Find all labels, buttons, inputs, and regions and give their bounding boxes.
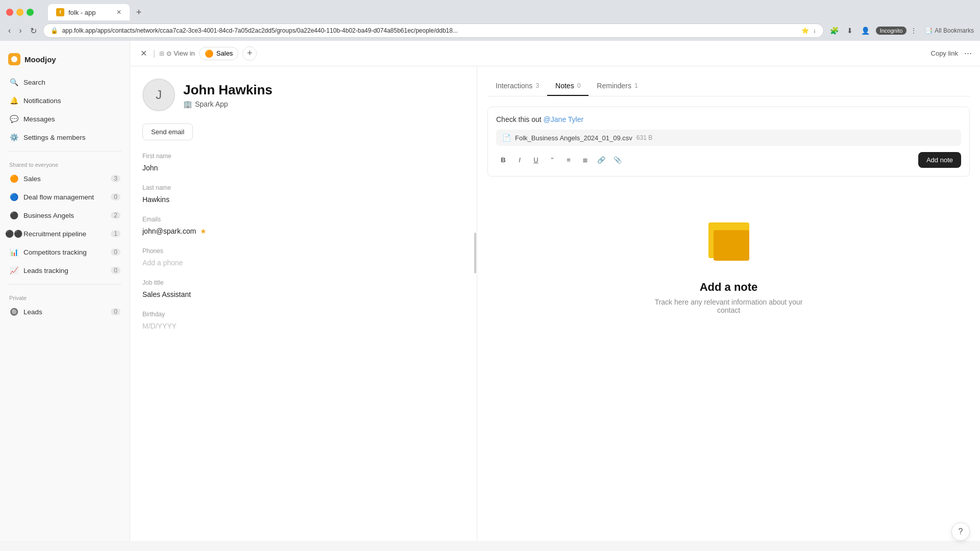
first-name-label: First name bbox=[142, 153, 464, 160]
business-angels-icon: ⚫ bbox=[9, 211, 18, 220]
brand: Moodjoy bbox=[0, 49, 130, 73]
tab-reminders-label: Reminders bbox=[597, 82, 631, 90]
company-name: Spark App bbox=[195, 100, 228, 108]
leads-tracking-icon: 📈 bbox=[9, 266, 18, 275]
attach-btn[interactable]: 📎 bbox=[610, 153, 625, 167]
contact-header: J John Hawkins 🏢 Spark App bbox=[142, 79, 464, 111]
browser-chrome: f folk - app ✕ + ‹ › ↻ 🔒 app.folk.app/ap… bbox=[0, 0, 980, 41]
bullet-list-btn[interactable]: ≡ bbox=[561, 153, 576, 167]
forward-btn[interactable]: › bbox=[17, 24, 23, 37]
emails-label: Emails bbox=[142, 216, 464, 223]
tab-interactions-count: 3 bbox=[535, 82, 539, 89]
note-mention[interactable]: @Jane Tyler bbox=[544, 115, 584, 123]
maximize-window-btn[interactable] bbox=[27, 9, 34, 16]
top-bar-actions: Copy link ··· bbox=[931, 48, 972, 59]
recruitment-count: 1 bbox=[111, 230, 120, 237]
tab-notes-label: Notes bbox=[555, 82, 574, 90]
underline-btn[interactable]: U bbox=[529, 153, 543, 167]
sidebar-item-leads[interactable]: 🔘 Leads 0 bbox=[4, 303, 126, 320]
search-icon: 🔍 bbox=[9, 78, 18, 87]
company-flag: 🏢 bbox=[183, 100, 192, 108]
last-name-label: Last name bbox=[142, 184, 464, 191]
business-angels-count: 2 bbox=[111, 212, 120, 219]
shared-section-label: Shared to everyone bbox=[0, 156, 130, 170]
empty-note-desc: Track here any relevant information abou… bbox=[652, 298, 805, 314]
field-last-name: Last name Hawkins bbox=[142, 184, 464, 206]
sidebar-item-messages[interactable]: 💬 Messages bbox=[4, 110, 126, 128]
download-btn[interactable]: ⬇ bbox=[845, 24, 855, 37]
sidebar-label-search: Search bbox=[23, 79, 120, 86]
job-title-value: Sales Assistant bbox=[142, 288, 464, 300]
birthday-placeholder[interactable]: M/D/YYYY bbox=[142, 320, 464, 332]
attachment-name: Folk_Business Angels_2024_01_09.csv bbox=[515, 134, 632, 142]
minimize-window-btn[interactable] bbox=[16, 9, 23, 16]
profile-btn[interactable]: 👤 bbox=[859, 24, 872, 37]
email-value[interactable]: john@spark.com bbox=[142, 225, 196, 237]
empty-note-title: Add a note bbox=[700, 281, 758, 294]
leads-tracking-count: 0 bbox=[111, 267, 120, 274]
notes-tabs: Interactions 3 Notes 0 Reminders 1 bbox=[487, 77, 970, 96]
email-row: john@spark.com ★ bbox=[142, 225, 464, 237]
refresh-btn[interactable]: ↻ bbox=[28, 24, 39, 38]
send-email-btn[interactable]: Send email bbox=[142, 123, 193, 140]
email-star-icon[interactable]: ★ bbox=[200, 227, 207, 235]
browser-tab-active[interactable]: f folk - app ✕ bbox=[48, 4, 130, 20]
view-badge-label: Sales bbox=[216, 49, 233, 57]
back-btn[interactable]: ‹ bbox=[6, 24, 13, 37]
recruitment-icon: ⚫⚫ bbox=[9, 229, 18, 238]
bell-icon: 🔔 bbox=[9, 96, 18, 105]
sidebar-item-deal-flow[interactable]: 🔵 Deal flow management 0 bbox=[4, 188, 126, 206]
view-in-badge[interactable]: 🟠 Sales bbox=[199, 47, 239, 60]
quote-btn[interactable]: " bbox=[545, 153, 559, 167]
sidebar-item-recruitment[interactable]: ⚫⚫ Recruitment pipeline 1 bbox=[4, 225, 126, 242]
tab-reminders[interactable]: Reminders 1 bbox=[589, 77, 646, 96]
private-section-divider bbox=[8, 284, 121, 285]
tab-interactions[interactable]: Interactions 3 bbox=[487, 77, 547, 96]
leads-icon: 🔘 bbox=[9, 307, 18, 316]
more-options-btn[interactable]: ··· bbox=[964, 48, 972, 59]
bookmarks-label: All Bookmarks bbox=[935, 27, 974, 34]
more-browser-btn[interactable]: ⋮ bbox=[911, 27, 917, 34]
circle-icon: ⊙ bbox=[166, 50, 172, 57]
sidebar-item-leads-tracking[interactable]: 📈 Leads tracking 0 bbox=[4, 262, 126, 279]
tab-reminders-count: 1 bbox=[634, 82, 638, 89]
add-view-btn[interactable]: + bbox=[242, 46, 257, 61]
sidebar-item-competitors[interactable]: 📊 Competitors tracking 0 bbox=[4, 243, 126, 261]
link-btn[interactable]: 🔗 bbox=[594, 153, 608, 167]
phone-placeholder[interactable]: Add a phone bbox=[142, 257, 464, 269]
contact-info-panel: J John Hawkins 🏢 Spark App Send email Fi… bbox=[130, 66, 477, 541]
avatar: J bbox=[142, 79, 175, 111]
view-toggle[interactable]: ⊞ ⊙ View in bbox=[159, 49, 195, 57]
sidebar-label-sales: Sales bbox=[23, 175, 106, 183]
extensions-btn[interactable]: 🧩 bbox=[828, 24, 841, 37]
new-tab-btn[interactable]: + bbox=[132, 5, 146, 19]
note-editor[interactable]: Check this out @Jane Tyler 📄 Folk_Busine… bbox=[487, 107, 970, 177]
field-job-title: Job title Sales Assistant bbox=[142, 279, 464, 300]
help-btn[interactable]: ? bbox=[951, 522, 970, 541]
attachment-icon: 📄 bbox=[502, 134, 511, 142]
note-illustration bbox=[703, 217, 754, 268]
panel-separator: | bbox=[153, 49, 155, 58]
address-bar[interactable]: 🔒 app.folk.app/apps/contacts/network/cca… bbox=[43, 23, 824, 38]
sidebar-item-business-angels[interactable]: ⚫ Business Angels 2 bbox=[4, 207, 126, 224]
ordered-list-btn[interactable]: ≣ bbox=[578, 153, 592, 167]
field-first-name: First name John bbox=[142, 153, 464, 174]
grid-icon: ⊞ bbox=[159, 50, 164, 57]
add-note-btn[interactable]: Add note bbox=[918, 152, 961, 168]
editor-toolbar: B I U " ≡ ≣ 🔗 📎 Add note bbox=[496, 152, 961, 168]
sidebar-nav: 🔍 Search 🔔 Notifications 💬 Messages ⚙️ S… bbox=[0, 73, 130, 147]
bold-btn[interactable]: B bbox=[496, 153, 510, 167]
copy-link-btn[interactable]: Copy link bbox=[931, 49, 958, 57]
close-window-btn[interactable] bbox=[6, 9, 13, 16]
tab-close-btn[interactable]: ✕ bbox=[116, 9, 121, 16]
tab-notes[interactable]: Notes 0 bbox=[547, 77, 589, 96]
sidebar-item-notifications[interactable]: 🔔 Notifications bbox=[4, 92, 126, 109]
contact-panel: J John Hawkins 🏢 Spark App Send email Fi… bbox=[130, 66, 980, 541]
sidebar-item-settings[interactable]: ⚙️ Settings & members bbox=[4, 129, 126, 146]
shared-groups-nav: 🟠 Sales 3 🔵 Deal flow management 0 ⚫ Bus… bbox=[0, 170, 130, 280]
sidebar-item-sales[interactable]: 🟠 Sales 3 bbox=[4, 170, 126, 187]
close-panel-btn[interactable]: ✕ bbox=[138, 46, 149, 60]
sidebar-item-search[interactable]: 🔍 Search bbox=[4, 73, 126, 91]
italic-btn[interactable]: I bbox=[512, 153, 527, 167]
contact-name: John Hawkins bbox=[183, 82, 273, 98]
